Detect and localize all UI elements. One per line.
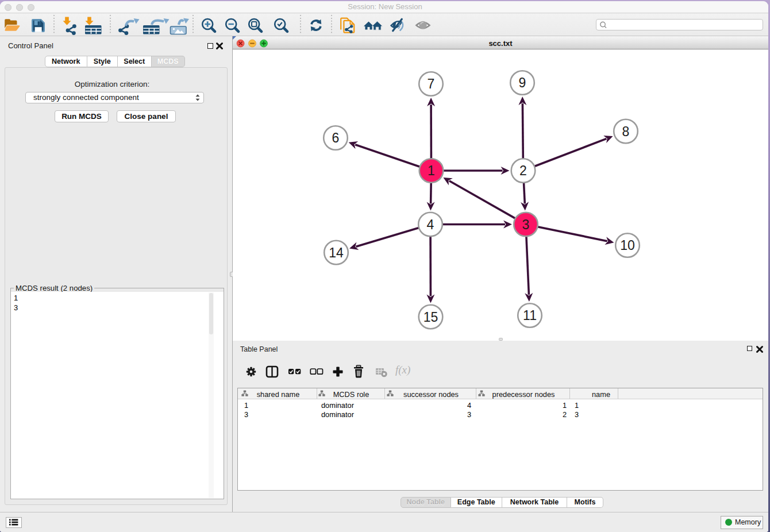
svg-text:15: 15 bbox=[424, 310, 438, 325]
svg-text:4: 4 bbox=[427, 217, 434, 232]
svg-text:8: 8 bbox=[622, 124, 630, 139]
svg-text:7: 7 bbox=[428, 76, 435, 91]
svg-text:6: 6 bbox=[332, 130, 340, 145]
svg-text:14: 14 bbox=[329, 245, 344, 260]
svg-text:3: 3 bbox=[522, 217, 530, 232]
svg-text:11: 11 bbox=[523, 308, 537, 323]
svg-text:10: 10 bbox=[620, 238, 635, 253]
svg-text:9: 9 bbox=[519, 75, 526, 90]
svg-text:1: 1 bbox=[428, 163, 435, 178]
svg-text:2: 2 bbox=[519, 163, 527, 178]
